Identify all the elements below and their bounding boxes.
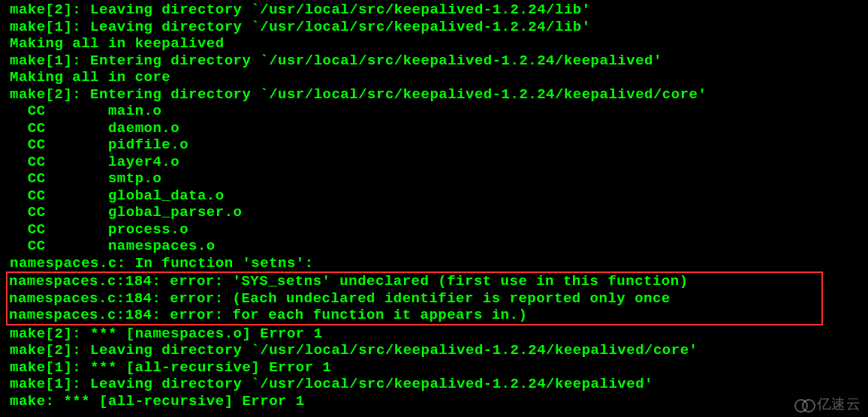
terminal-line: CC smtp.o — [10, 170, 868, 188]
terminal-line: CC pidfile.o — [10, 136, 868, 154]
terminal-line: Making all in core — [10, 69, 868, 86]
terminal-line: CC process.o — [10, 221, 868, 238]
terminal-line: CC global_data.o — [10, 188, 868, 205]
cloud-icon — [794, 398, 815, 411]
terminal-line: make[1]: Leaving directory `/usr/local/s… — [10, 376, 868, 393]
terminal-line: CC global_parser.o — [10, 204, 868, 221]
terminal-line: make[2]: Leaving directory `/usr/local/s… — [10, 2, 868, 19]
terminal-line: make[2]: *** [namespaces.o] Error 1 — [10, 326, 868, 343]
terminal-line: make[2]: Entering directory `/usr/local/… — [10, 86, 868, 104]
terminal-line: CC daemon.o — [10, 120, 868, 137]
terminal-line: CC main.o — [10, 103, 868, 120]
watermark-text: 亿速云 — [817, 396, 861, 413]
terminal-line: Making all in keepalived — [10, 35, 868, 52]
terminal-line: namespaces.c: In function 'setns': — [10, 255, 868, 272]
terminal-line: make[1]: Entering directory `/usr/local/… — [10, 52, 868, 70]
terminal-line: make[1]: *** [all-recursive] Error 1 — [10, 359, 868, 376]
terminal-line: CC layer4.o — [10, 154, 868, 171]
terminal-error-line: namespaces.c:184: error: 'SYS_setns' und… — [9, 273, 820, 290]
error-highlight-box: namespaces.c:184: error: 'SYS_setns' und… — [6, 272, 823, 326]
terminal-line: CC namespaces.o — [10, 238, 868, 255]
terminal-error-line: namespaces.c:184: error: (Each undeclare… — [9, 290, 820, 308]
terminal-line: make[2]: Leaving directory `/usr/local/s… — [10, 342, 868, 359]
terminal-line: make: *** [all-recursive] Error 1 — [10, 393, 868, 410]
terminal-error-line: namespaces.c:184: error: for each functi… — [9, 307, 820, 324]
terminal-line: make[1]: Leaving directory `/usr/local/s… — [10, 19, 868, 36]
watermark: 亿速云 — [794, 396, 861, 413]
